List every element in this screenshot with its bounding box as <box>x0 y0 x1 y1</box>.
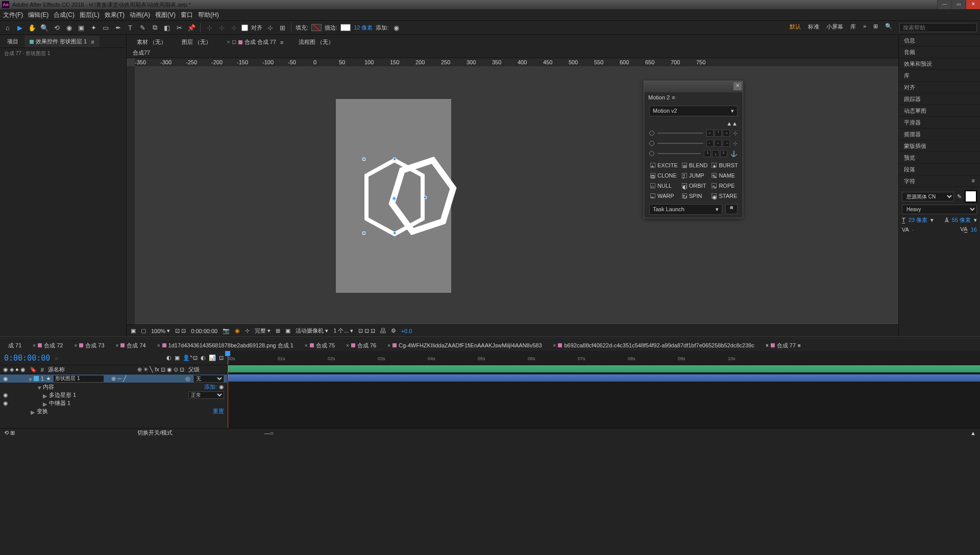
viewport[interactable]: -350-300-250-200-150-100-500501001502002… <box>127 58 898 324</box>
panel-tracker[interactable]: 跟踪器 <box>899 93 980 105</box>
menu-layer[interactable]: 图层(L) <box>80 11 100 19</box>
anchor-center-icon[interactable]: ◈ <box>392 195 396 201</box>
workspace-grid-icon[interactable]: ⊞ <box>873 23 878 32</box>
canvas[interactable]: ◈ <box>336 99 451 293</box>
anchor-br[interactable]: ┘ <box>720 150 727 157</box>
brush-tool[interactable]: ✎ <box>138 23 147 32</box>
exposure[interactable]: +0.0 <box>401 328 412 334</box>
add-menu-icon[interactable]: ◉ <box>219 384 224 390</box>
eyedropper-icon[interactable]: ✎ <box>957 193 962 200</box>
anchor-point[interactable] <box>362 232 365 235</box>
view-opt-icon[interactable]: ⊡ ⊡ ⊡ <box>358 327 375 334</box>
views-dropdown[interactable]: 1 个... ▾ <box>333 327 353 335</box>
color-icon[interactable]: ◉ <box>235 327 240 334</box>
panel-smoother[interactable]: 平滑器 <box>899 117 980 129</box>
twirl-icon[interactable]: ▼ <box>37 385 41 389</box>
motion-stare[interactable]: ◉STARE <box>710 192 739 200</box>
menu-help[interactable]: 帮助(H) <box>198 11 219 19</box>
tl-comp-mini-icon[interactable]: ◐ <box>166 355 172 361</box>
anchor-tc[interactable]: ╵ <box>715 130 722 137</box>
fill-swatch[interactable] <box>311 24 322 31</box>
menu-window[interactable]: 窗口 <box>181 11 193 19</box>
anchor-mr[interactable]: ╶ <box>723 140 730 147</box>
panel-mask-interp[interactable]: 蒙版插值 <box>899 140 980 152</box>
motion-anchor-icon[interactable]: ⚓ <box>730 150 738 157</box>
layer-prop-row[interactable]: ◉▶ 多边星形 1 正常 <box>0 391 227 399</box>
tl-tab[interactable]: ×合成 75 <box>300 340 340 351</box>
fill-color-swatch[interactable] <box>965 190 977 203</box>
tl-tab[interactable]: 成 71 <box>3 340 27 351</box>
motion-slider-1[interactable] <box>657 133 703 134</box>
tab-layer[interactable]: 图层 （无） <box>175 36 218 48</box>
twirl-icon[interactable]: ▶ <box>43 401 47 405</box>
menu-edit[interactable]: 编辑(E) <box>28 11 48 19</box>
minimize-button[interactable]: — <box>937 0 951 9</box>
font-weight-dropdown[interactable]: Heavy <box>902 205 977 214</box>
panel-align[interactable]: 对齐 <box>899 82 980 93</box>
timeline-tracks[interactable] <box>228 365 980 428</box>
pixel-aspect-icon[interactable]: 品 <box>380 327 386 335</box>
toggle-switches-button[interactable]: 切换开关/模式 <box>137 429 173 437</box>
tab-flowchart[interactable]: 流程图 （无） <box>291 36 341 48</box>
leading[interactable]: 55 像素 <box>952 216 971 224</box>
panel-audio[interactable]: 音频 <box>899 46 980 58</box>
motion-task-dropdown[interactable]: Task Launch▾ <box>649 204 722 215</box>
menu-effect[interactable]: 效果(T) <box>105 11 125 19</box>
menu-view[interactable]: 视图(V) <box>155 11 176 19</box>
anchor-point[interactable] <box>362 158 365 161</box>
motion-preset-dropdown[interactable]: Motion v2▾ <box>649 106 738 116</box>
menu-file[interactable]: 文件(F) <box>3 11 23 19</box>
motion-excite[interactable]: +EXCITE <box>649 161 679 169</box>
search-help-input[interactable] <box>899 23 977 32</box>
tl-graph-icon[interactable]: 📊 <box>209 355 216 361</box>
stroke-swatch[interactable] <box>340 24 351 31</box>
camera-tool[interactable]: ▣ <box>77 23 86 32</box>
selection-tool[interactable]: ▶ <box>15 23 24 32</box>
twirl-icon[interactable]: ▶ <box>43 393 47 397</box>
rect-tool[interactable]: ▭ <box>101 23 110 32</box>
tab-footage[interactable]: 素材 （无） <box>130 36 174 48</box>
home-tool[interactable]: ⌂ <box>3 23 12 32</box>
comp-breadcrumb[interactable]: 合成77 <box>127 48 898 58</box>
reset-link[interactable]: 重置 <box>213 408 224 415</box>
motion-panel-titlebar[interactable]: ✕ <box>644 81 743 92</box>
motion-fig2-icon[interactable]: ⊹ <box>733 140 738 147</box>
current-time[interactable]: 0:00:00:00 <box>191 328 217 334</box>
layer-bar[interactable] <box>228 374 980 382</box>
add-menu-icon[interactable]: ◉ <box>391 23 401 32</box>
zoom-out-icon[interactable]: —○ <box>264 430 274 436</box>
motion-spin[interactable]: ↻SPIN <box>681 192 709 200</box>
tl-tab-active[interactable]: ×合成 77 ≡ <box>761 340 806 351</box>
col-parent[interactable]: 父级 <box>188 366 224 373</box>
region-icon[interactable]: ⊹ <box>245 327 250 334</box>
zoom-in-icon[interactable]: ▲ <box>970 430 976 436</box>
panel-wiggler[interactable]: 摇摆器 <box>899 129 980 140</box>
layer-name-input[interactable] <box>53 375 104 383</box>
motion-ease-both-radio[interactable] <box>649 141 654 146</box>
anchor-tool[interactable]: ✦ <box>89 23 98 32</box>
panel-effects[interactable]: 效果和预设 <box>899 58 980 70</box>
anchor-point[interactable] <box>424 196 427 199</box>
twirl-icon[interactable]: ▶ <box>31 409 35 413</box>
anchor-bl[interactable]: └ <box>704 150 711 157</box>
hand-tool[interactable]: ✋ <box>28 23 37 32</box>
layer-color[interactable] <box>34 376 39 381</box>
menu-comp[interactable]: 合成(C) <box>54 11 75 19</box>
camera-dropdown[interactable]: 活动摄像机 ▾ <box>296 327 328 335</box>
fill-label[interactable]: 填充: <box>296 24 308 32</box>
tl-tab[interactable]: ×合成 74 <box>111 340 151 351</box>
zoom-dropdown[interactable]: 100% ▾ <box>151 327 170 334</box>
tl-tab[interactable]: ×合成 72 <box>28 340 68 351</box>
pen-tool[interactable]: ✒ <box>113 23 122 32</box>
tab-effect-controls[interactable]: 效果控件 形状图层 1≡ <box>24 36 100 47</box>
timeline-ruler[interactable]: 00s01s02s03s04s05s06s07s08s09s10s <box>228 351 980 365</box>
axis-local-icon[interactable]: ⊹ <box>205 23 214 32</box>
stamp-tool[interactable]: ⧉ <box>150 23 159 32</box>
anchor-ml[interactable]: ╴ <box>706 140 714 147</box>
layer-prop-row[interactable]: ▼ 内容 添加:◉ <box>0 383 227 391</box>
timecode[interactable]: 0:00:00:00 <box>4 354 50 363</box>
tl-motion-blur-icon[interactable]: ◐ <box>201 355 206 361</box>
roto-tool[interactable]: ✂ <box>175 23 184 32</box>
motion-jump[interactable]: ⤴JUMP <box>681 171 709 180</box>
snap-grid-icon[interactable]: ⊞ <box>278 23 287 32</box>
